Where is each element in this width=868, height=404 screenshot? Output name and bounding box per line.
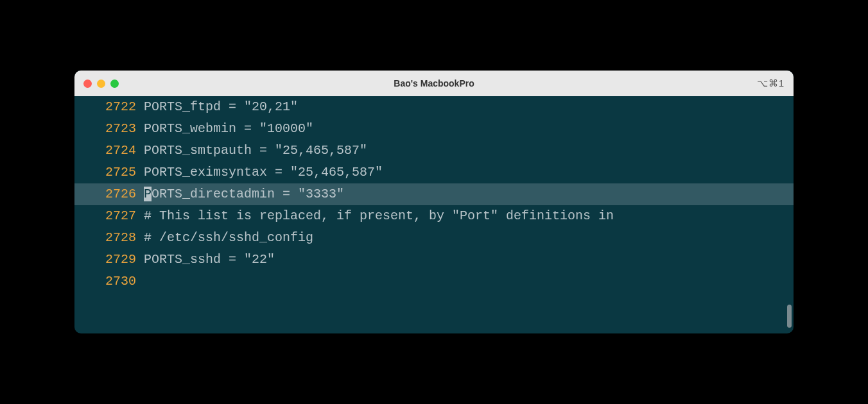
line-number: 2730 [98, 271, 136, 292]
traffic-lights [83, 80, 119, 88]
cursor: P [144, 187, 152, 201]
line-gap [136, 249, 144, 271]
line-number: 2723 [98, 118, 136, 140]
code-line[interactable]: 2730 [74, 271, 794, 292]
terminal-content[interactable]: 2722 PORTS_ftpd = "20,21"2723 PORTS_webm… [74, 96, 794, 333]
close-button[interactable] [83, 80, 92, 88]
code-line[interactable]: 2726 PORTS_directadmin = "3333" [74, 183, 794, 205]
line-number: 2722 [98, 96, 136, 118]
line-text: PORTS_smtpauth = "25,465,587" [144, 140, 794, 162]
line-text: PORTS_eximsyntax = "25,465,587" [144, 162, 794, 183]
titlebar[interactable]: Bao's MacbookPro ⌥⌘1 [74, 71, 794, 96]
window-title: Bao's MacbookPro [394, 78, 474, 88]
line-gap [136, 271, 144, 292]
code-line[interactable]: 2723 PORTS_webmin = "10000" [74, 118, 794, 140]
line-text: PORTS_ftpd = "20,21" [144, 96, 794, 118]
line-number: 2728 [98, 227, 136, 249]
code-line[interactable]: 2728 # /etc/ssh/sshd_config [74, 227, 794, 249]
line-number: 2726 [98, 183, 136, 205]
line-text: PORTS_webmin = "10000" [144, 118, 794, 140]
line-gap [136, 118, 144, 140]
line-text: PORTS_directadmin = "3333" [144, 183, 794, 205]
code-line[interactable]: 2724 PORTS_smtpauth = "25,465,587" [74, 140, 794, 162]
line-text [144, 271, 794, 292]
line-text: PORTS_sshd = "22" [144, 249, 794, 271]
line-gap [136, 96, 144, 118]
code-line[interactable]: 2727 # This list is replaced, if present… [74, 205, 794, 227]
line-text: # /etc/ssh/sshd_config [144, 227, 794, 249]
line-number: 2727 [98, 205, 136, 227]
line-gap [136, 140, 144, 162]
line-gap [136, 227, 144, 249]
code-line[interactable]: 2725 PORTS_eximsyntax = "25,465,587" [74, 162, 794, 183]
line-gap [136, 183, 144, 205]
line-number: 2729 [98, 249, 136, 271]
line-number: 2724 [98, 140, 136, 162]
line-gap [136, 162, 144, 183]
line-number: 2725 [98, 162, 136, 183]
line-gap [136, 205, 144, 227]
scrollbar-thumb[interactable] [787, 305, 792, 328]
line-text: # This list is replaced, if present, by … [144, 205, 794, 227]
maximize-button[interactable] [110, 80, 119, 88]
window-shortcut: ⌥⌘1 [757, 78, 785, 89]
scrollbar[interactable] [783, 125, 792, 330]
code-line[interactable]: 2729 PORTS_sshd = "22" [74, 249, 794, 271]
terminal-window: Bao's MacbookPro ⌥⌘1 2722 PORTS_ftpd = "… [74, 71, 794, 333]
code-line[interactable]: 2722 PORTS_ftpd = "20,21" [74, 96, 794, 118]
minimize-button[interactable] [97, 80, 105, 88]
